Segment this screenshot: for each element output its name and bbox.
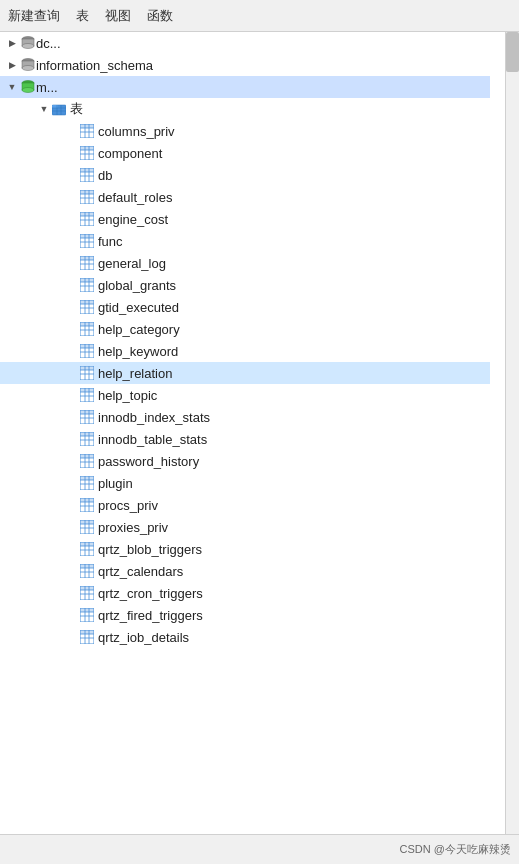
folder-label: 表 [70, 100, 83, 118]
table-icon [80, 300, 94, 314]
table-name: columns_priv [98, 124, 175, 139]
db-icon-2 [20, 57, 36, 73]
table-icon [80, 586, 94, 600]
table-row[interactable]: procs_priv [0, 494, 490, 516]
table-name: plugin [98, 476, 133, 491]
svg-rect-80 [80, 344, 94, 348]
table-icon [80, 410, 94, 424]
folder-tables[interactable]: ▼ 表 [0, 98, 490, 120]
table-row[interactable]: columns_priv [0, 120, 490, 142]
folder-icon [52, 102, 66, 116]
table-row[interactable]: qrtz_iob_details [0, 626, 490, 648]
table-row[interactable]: innodb_table_stats [0, 428, 490, 450]
db-item-2[interactable]: ▶ information_schema [0, 54, 490, 76]
svg-rect-152 [80, 608, 94, 612]
svg-rect-38 [80, 190, 94, 194]
table-name: component [98, 146, 162, 161]
table-name: innodb_index_stats [98, 410, 210, 425]
table-name: proxies_priv [98, 520, 168, 535]
table-row[interactable]: innodb_index_stats [0, 406, 490, 428]
table-row[interactable]: help_category [0, 318, 490, 340]
svg-rect-146 [80, 586, 94, 590]
table-row[interactable]: global_grants [0, 274, 490, 296]
table-icon [80, 190, 94, 204]
table-row-help-relation[interactable]: help_relation [0, 362, 490, 384]
svg-rect-128 [80, 520, 94, 524]
bottom-bar: CSDN @今天吃麻辣烫 [0, 834, 519, 864]
svg-rect-26 [80, 146, 94, 150]
svg-rect-50 [80, 234, 94, 238]
scrollbar-track[interactable] [505, 32, 519, 834]
toolbar-table[interactable]: 表 [76, 7, 89, 25]
table-icon [80, 432, 94, 446]
svg-rect-68 [80, 300, 94, 304]
table-row[interactable]: db [0, 164, 490, 186]
table-icon [80, 564, 94, 578]
toggle-db3[interactable]: ▼ [4, 79, 20, 95]
table-row[interactable]: default_roles [0, 186, 490, 208]
table-row[interactable]: plugin [0, 472, 490, 494]
table-icon [80, 124, 94, 138]
table-icon [80, 344, 94, 358]
table-row[interactable]: general_log [0, 252, 490, 274]
toggle-db2[interactable]: ▶ [4, 57, 20, 73]
svg-rect-104 [80, 432, 94, 436]
table-row[interactable]: help_topic [0, 384, 490, 406]
toolbar-function[interactable]: 函数 [147, 7, 173, 25]
toolbar-new-query[interactable]: 新建查询 [8, 7, 60, 25]
db-item-1[interactable]: ▶ dc... [0, 32, 490, 54]
svg-rect-86 [80, 366, 94, 370]
table-row[interactable]: engine_cost [0, 208, 490, 230]
db-icon-3 [20, 79, 36, 95]
table-icon [80, 476, 94, 490]
table-icon [80, 212, 94, 226]
table-row[interactable]: qrtz_calendars [0, 560, 490, 582]
svg-rect-134 [80, 542, 94, 546]
svg-rect-116 [80, 476, 94, 480]
table-name: qrtz_iob_details [98, 630, 189, 645]
table-icon [80, 366, 94, 380]
table-icon [80, 388, 94, 402]
table-row[interactable]: qrtz_blob_triggers [0, 538, 490, 560]
table-row[interactable]: qrtz_cron_triggers [0, 582, 490, 604]
svg-rect-158 [80, 630, 94, 634]
table-name: password_history [98, 454, 199, 469]
svg-rect-122 [80, 498, 94, 502]
db-icon-1 [20, 35, 36, 51]
table-row[interactable]: password_history [0, 450, 490, 472]
table-row[interactable]: gtid_executed [0, 296, 490, 318]
table-row[interactable]: qrtz_fired_triggers [0, 604, 490, 626]
table-icon [80, 520, 94, 534]
svg-rect-92 [80, 388, 94, 392]
watermark-text: CSDN @今天吃麻辣烫 [400, 842, 511, 857]
top-toolbar: 新建查询 表 视图 函数 [0, 0, 519, 32]
table-name: gtid_executed [98, 300, 179, 315]
table-name: help_topic [98, 388, 157, 403]
svg-rect-44 [80, 212, 94, 216]
db-item-3[interactable]: ▼ m... [0, 76, 490, 98]
table-row[interactable]: func [0, 230, 490, 252]
table-name: global_grants [98, 278, 176, 293]
svg-point-8 [22, 88, 34, 93]
table-icon [80, 608, 94, 622]
svg-rect-62 [80, 278, 94, 282]
table-row[interactable]: help_keyword [0, 340, 490, 362]
table-icon [80, 234, 94, 248]
toggle-db1[interactable]: ▶ [4, 35, 20, 51]
sidebar-tree: ▶ dc... ▶ information_schema ▼ m... ▼ [0, 32, 490, 834]
table-name: qrtz_blob_triggers [98, 542, 202, 557]
toggle-folder[interactable]: ▼ [36, 101, 52, 117]
table-name: general_log [98, 256, 166, 271]
table-name: procs_priv [98, 498, 158, 513]
table-icon [80, 630, 94, 644]
table-row[interactable]: component [0, 142, 490, 164]
toolbar-view[interactable]: 视图 [105, 7, 131, 25]
db-label-1: dc... [36, 36, 61, 51]
svg-rect-20 [80, 124, 94, 128]
svg-rect-32 [80, 168, 94, 172]
scrollbar-thumb[interactable] [506, 32, 519, 72]
svg-point-2 [22, 44, 34, 49]
table-name: qrtz_fired_triggers [98, 608, 203, 623]
svg-rect-98 [80, 410, 94, 414]
table-row[interactable]: proxies_priv [0, 516, 490, 538]
